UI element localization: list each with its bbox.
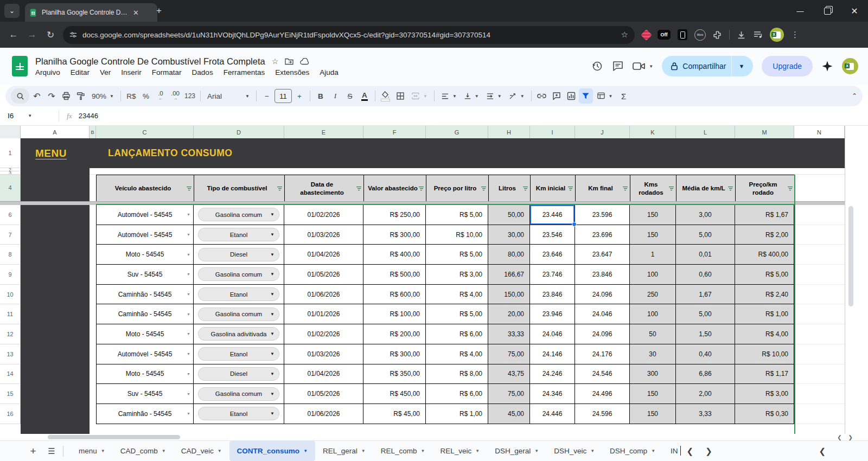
cell-date[interactable]: 01/03/2026 bbox=[284, 344, 363, 364]
cell-avg-kml[interactable]: 5,00 bbox=[676, 304, 735, 324]
column-header-B[interactable]: B bbox=[90, 126, 96, 138]
cell-liters[interactable]: 75,00 bbox=[488, 344, 530, 364]
merge-cells-button[interactable]: ▼ bbox=[408, 88, 431, 104]
sheet-tab[interactable]: DSH_veic ▼ bbox=[546, 441, 602, 461]
cell-km-end[interactable]: 24.596 bbox=[575, 404, 630, 424]
filter-icon[interactable] bbox=[523, 187, 528, 191]
fuel-dropdown-chip[interactable]: Diesel▼ bbox=[198, 367, 279, 381]
chevron-down-icon[interactable]: ▼ bbox=[303, 449, 308, 453]
italic-button[interactable]: I bbox=[328, 88, 342, 104]
table-column-header[interactable]: Tipo de combustível bbox=[194, 175, 285, 202]
row-header-4[interactable]: 4 bbox=[0, 175, 21, 201]
cell-km-start[interactable]: 24.246 bbox=[530, 364, 575, 385]
cell-price-per-km[interactable]: R$ 0,30 bbox=[735, 404, 794, 424]
back-icon[interactable]: ← bbox=[4, 25, 23, 44]
cell-liters[interactable]: 20,00 bbox=[488, 304, 530, 324]
cell-avg-kml[interactable]: 0,60 bbox=[676, 265, 735, 285]
cell-km-start[interactable]: 23.546 bbox=[530, 225, 575, 245]
menu-item[interactable]: Ajuda bbox=[320, 68, 339, 76]
cell-liters[interactable]: 150,00 bbox=[488, 285, 530, 305]
sheet-tab[interactable]: REL_veic ▼ bbox=[432, 441, 487, 461]
cell-kms-driven[interactable]: 250 bbox=[630, 285, 676, 305]
cell-liters[interactable]: 50,00 bbox=[488, 205, 530, 225]
table-column-header[interactable]: Média de km/L bbox=[676, 175, 736, 202]
cell-vehicle[interactable]: Caminhão - 54545▼ bbox=[97, 304, 194, 324]
chevron-down-icon[interactable]: ▼ bbox=[187, 233, 190, 236]
cell-vehicle[interactable]: Suv - 54545▼ bbox=[97, 384, 194, 404]
cell-kms-driven[interactable]: 300 bbox=[630, 364, 676, 385]
table-column-header[interactable]: Valor abastecido bbox=[364, 175, 426, 202]
cell-km-start[interactable]: 23.446 bbox=[530, 205, 575, 225]
bookmark-star-icon[interactable]: ☆ bbox=[621, 30, 628, 40]
cell-kms-driven[interactable]: 150 bbox=[630, 205, 676, 225]
fuel-dropdown-chip[interactable]: Gasolina comum▼ bbox=[198, 387, 279, 401]
cell-price-per-km[interactable]: R$ 4,00 bbox=[735, 324, 794, 344]
fuel-dropdown-chip[interactable]: Etanol▼ bbox=[198, 228, 279, 241]
cell-km-start[interactable]: 23.846 bbox=[530, 285, 575, 305]
column-header-F[interactable]: F bbox=[363, 126, 426, 138]
table-column-header[interactable]: Preço por litro bbox=[426, 175, 489, 202]
table-column-header[interactable]: Km inicial bbox=[531, 175, 576, 202]
select-all-corner[interactable] bbox=[0, 126, 21, 138]
print-icon[interactable] bbox=[59, 88, 73, 104]
currency-format-button[interactable]: R$ bbox=[124, 88, 138, 104]
horizontal-align-button[interactable]: ▼ bbox=[438, 88, 460, 104]
new-tab-icon[interactable]: + bbox=[156, 5, 162, 16]
chevron-down-icon[interactable]: ▼ bbox=[187, 213, 190, 216]
cell-km-end[interactable]: 24.096 bbox=[575, 324, 630, 344]
column-header-N[interactable]: N bbox=[794, 126, 845, 138]
column-header-G[interactable]: G bbox=[426, 126, 488, 138]
cell-price-per-km[interactable]: R$ 10,00 bbox=[735, 344, 794, 364]
chevron-down-icon[interactable]: ▼ bbox=[162, 449, 166, 453]
reload-icon[interactable]: ↻ bbox=[41, 25, 60, 44]
forward-icon[interactable]: → bbox=[23, 25, 41, 44]
cell-fuel-type[interactable]: Diesel▼ bbox=[194, 245, 284, 265]
percent-format-button[interactable]: % bbox=[139, 88, 153, 104]
version-history-icon[interactable] bbox=[591, 60, 603, 72]
font-size-input[interactable]: 11 bbox=[275, 89, 292, 103]
vertical-align-button[interactable]: ▼ bbox=[461, 88, 482, 104]
cell-liters[interactable]: 45,00 bbox=[488, 404, 530, 424]
row-header[interactable]: 7 bbox=[0, 225, 21, 245]
filter-icon[interactable] bbox=[788, 187, 793, 191]
row-header[interactable]: 11 bbox=[0, 304, 21, 324]
filter-views-button[interactable]: ▼ bbox=[593, 88, 616, 104]
cell-avg-kml[interactable]: 5,00 bbox=[676, 225, 735, 245]
extensions-puzzle-icon[interactable] bbox=[713, 30, 722, 40]
paint-format-icon[interactable] bbox=[74, 88, 88, 104]
cell-vehicle[interactable]: Automóvel - 54545▼ bbox=[97, 225, 194, 245]
cell-km-end[interactable]: 23.596 bbox=[575, 205, 630, 225]
cell-kms-driven[interactable]: 1 bbox=[630, 245, 676, 265]
cell-km-start[interactable]: 24.046 bbox=[530, 324, 575, 344]
cell-vehicle[interactable]: Automóvel - 54545▼ bbox=[97, 344, 194, 364]
bold-button[interactable]: B bbox=[314, 88, 328, 104]
cell-price-per-km[interactable]: R$ 1,00 bbox=[735, 304, 794, 324]
sheet-tab[interactable]: CAD_veic ▼ bbox=[174, 441, 229, 461]
menu-item[interactable]: Dados bbox=[192, 68, 213, 76]
chevron-down-icon[interactable]: ▼ bbox=[590, 449, 595, 453]
insert-comment-icon[interactable] bbox=[550, 88, 564, 104]
column-a-dark-band[interactable] bbox=[21, 138, 90, 434]
cell-price-per-liter[interactable]: R$ 6,00 bbox=[426, 384, 488, 404]
sheet-tab[interactable]: CAD_comb ▼ bbox=[113, 441, 174, 461]
cell-avg-kml[interactable]: 3,00 bbox=[676, 205, 735, 225]
chevron-down-icon[interactable]: ▼ bbox=[101, 449, 105, 453]
insert-link-icon[interactable] bbox=[535, 88, 549, 104]
chevron-down-icon[interactable]: ▼ bbox=[28, 113, 32, 118]
row-header[interactable]: 16 bbox=[0, 404, 21, 424]
sheets-logo-icon[interactable] bbox=[12, 56, 28, 76]
cell-fuel-type[interactable]: Gasolina adivitivada▼ bbox=[194, 324, 284, 344]
undo-icon[interactable]: ↶ bbox=[30, 88, 44, 104]
cell-kms-driven[interactable]: 100 bbox=[630, 265, 676, 285]
downloads-icon[interactable] bbox=[737, 30, 746, 40]
tab-search-icon[interactable]: ⌄ bbox=[4, 4, 20, 18]
chevron-down-icon[interactable]: ▼ bbox=[187, 332, 190, 336]
cell-fuel-value[interactable]: R$ 100,00 bbox=[363, 304, 426, 324]
chevron-down-icon[interactable]: ▼ bbox=[187, 292, 190, 296]
cell-km-end[interactable]: 24.096 bbox=[575, 285, 630, 305]
cell-date[interactable]: 01/02/2026 bbox=[284, 205, 363, 225]
url-bar[interactable]: docs.google.com/spreadsheets/d/1uN31hVOb… bbox=[63, 26, 635, 44]
gemini-sparkle-icon[interactable] bbox=[821, 60, 833, 72]
increase-decimal-button[interactable]: .00→ bbox=[168, 88, 182, 104]
menu-item[interactable]: Editar bbox=[71, 68, 90, 76]
